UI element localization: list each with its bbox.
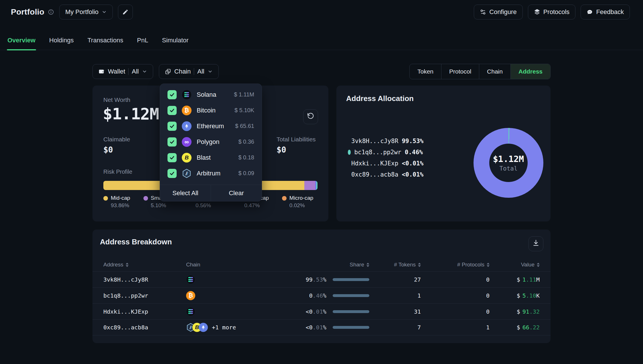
tab-holdings[interactable]: Holdings (49, 34, 74, 50)
allocation-address: Hdxki...KJExp (351, 160, 398, 167)
checkbox-checked[interactable] (167, 169, 177, 178)
cell-protocols: 1 (421, 324, 490, 331)
export-button[interactable] (528, 236, 543, 251)
chain-dropdown-footer: Select All Clear (160, 185, 262, 201)
blast-icon: B (182, 153, 192, 163)
sort-icon (366, 263, 369, 267)
risk-legend-label: Mid-cap (111, 195, 130, 201)
chain-option-label: Blast (197, 154, 211, 161)
tab-simulator[interactable]: Simulator (161, 34, 189, 50)
checkbox-checked[interactable] (167, 122, 177, 131)
chain-option-label: Polygon (197, 138, 220, 146)
column-header-share[interactable]: Share (273, 262, 369, 268)
sort-icon (418, 263, 421, 267)
checkbox-checked[interactable] (167, 106, 177, 115)
cell-address: Hdxki...KJExp (103, 308, 186, 315)
column-header-tokens[interactable]: # Tokens (369, 262, 421, 268)
info-icon[interactable] (48, 9, 54, 15)
allocation-legend-item: Hdxki...KJExp<0.01% (348, 160, 423, 167)
chain-option-blast[interactable]: BBlast$ 0.18 (160, 150, 262, 165)
breakdown-title: Address Breakdown (100, 238, 172, 246)
net-worth-label: Net Worth (103, 96, 130, 103)
cell-tokens: 1 (369, 292, 421, 299)
checkbox-checked[interactable] (167, 153, 177, 162)
tab-label: Simulator (162, 37, 189, 44)
table-row[interactable]: bc1q8...pp2wr₿0.46%10$5.10K (92, 287, 551, 303)
risk-legend-value: 0.56% (196, 202, 224, 209)
feedback-label: Feedback (596, 8, 624, 16)
column-header-value[interactable]: Value (490, 262, 540, 268)
claimable-value: $0 (103, 145, 113, 155)
risk-profile-label: Risk Profile (103, 169, 132, 175)
checkbox-checked[interactable] (167, 137, 177, 147)
column-header-protocols[interactable]: # Protocols (421, 262, 490, 268)
cell-share: <0.01% (273, 308, 326, 315)
configure-button[interactable]: Configure (474, 5, 522, 19)
legend-dot (282, 196, 287, 201)
allocation-legend-item: 0xc89...acb8a<0.01% (348, 171, 423, 178)
tab-overview[interactable]: Overview (7, 34, 36, 50)
risk-legend-value: 0.47% (244, 202, 269, 209)
chain-option-polygon[interactable]: ∞Polygon$ 0.36 (160, 134, 262, 150)
chain-option-solana[interactable]: Solana$ 1.11M (160, 87, 262, 102)
sort-icon (126, 263, 129, 267)
portfolio-selector[interactable]: My Portfolio (59, 5, 113, 19)
tab-transactions[interactable]: Transactions (87, 34, 124, 50)
wallet-filter-button[interactable]: Wallet All (92, 64, 153, 79)
total-liabilities-label: Total Liabilities (277, 136, 316, 143)
risk-legend-item-micro-cap: Micro-cap0.02% (282, 195, 313, 209)
cell-share: <0.01% (273, 324, 326, 331)
filter-row: Wallet All Chain All (92, 64, 551, 79)
bitcoin-icon: ₿ (182, 106, 192, 115)
address-breakdown-card: Address Breakdown AddressChainShare# Tok… (92, 230, 551, 343)
chain-option-ethereum[interactable]: Ethereum$ 65.61 (160, 118, 262, 134)
cell-address: 3vk8H...cJy8R (103, 276, 186, 283)
allocation-percent: 99.53% (402, 138, 423, 145)
clear-button[interactable]: Clear (211, 185, 262, 201)
checkbox-checked[interactable] (167, 90, 177, 99)
view-tab-token[interactable]: Token (410, 64, 441, 79)
table-body: 3vk8H...cJy8R99.53%270$1.11Mbc1q8...pp2w… (92, 271, 551, 335)
column-header-address[interactable]: Address (103, 262, 186, 268)
chain-option-label: Arbitrum (197, 170, 220, 177)
tab-pnl[interactable]: PnL (137, 34, 149, 50)
chain-filter-button[interactable]: Chain All (159, 64, 219, 79)
chain-option-bitcoin[interactable]: ₿Bitcoin$ 5.10K (160, 102, 262, 118)
select-all-button[interactable]: Select All (160, 185, 211, 201)
address-allocation-card: Address Allocation 3vk8H...cJy8R99.53%bc… (336, 86, 551, 221)
allocation-title: Address Allocation (346, 94, 414, 103)
cell-protocols: 0 (421, 276, 490, 283)
view-tab-chain[interactable]: Chain (479, 64, 510, 79)
table-row[interactable]: 0xc89...acb8aB+1 more<0.01%71$66.22 (92, 319, 551, 335)
solana-icon (186, 275, 195, 284)
risk-legend-item-mid-cap: Mid-cap93.86% (103, 195, 130, 209)
allocation-percent: <0.01% (402, 171, 423, 178)
cell-tokens: 7 (369, 324, 421, 331)
divider (128, 68, 129, 75)
refresh-icon (307, 112, 314, 121)
allocation-legend-item: bc1q8...pp2wr0.46% (348, 149, 423, 156)
allocation-percent: 0.46% (405, 149, 423, 156)
pencil-icon (122, 9, 129, 15)
risk-legend-value: 5.10% (151, 202, 175, 209)
refresh-button[interactable] (303, 109, 318, 124)
chain-option-arbitrum[interactable]: Arbitrum$ 0.09 (160, 165, 262, 181)
legend-dot (143, 196, 148, 201)
cell-share-bar (326, 310, 369, 313)
table-row[interactable]: Hdxki...KJExp<0.01%310$91.32 (92, 303, 551, 319)
chain-icon-stack: B (186, 323, 208, 332)
protocols-button[interactable]: Protocols (528, 5, 576, 19)
edit-portfolio-button[interactable] (118, 5, 133, 19)
risk-legend-value: 93.86% (111, 202, 130, 209)
tab-label: Transactions (87, 37, 123, 44)
allocation-address: 3vk8H...cJy8R (351, 138, 398, 145)
cell-value: $1.11M (490, 276, 540, 283)
polygon-icon: ∞ (182, 137, 192, 147)
table-row[interactable]: 3vk8H...cJy8R99.53%270$1.11M (92, 271, 551, 287)
view-tab-protocol[interactable]: Protocol (441, 64, 479, 79)
tab-label: Overview (7, 37, 35, 44)
cell-tokens: 31 (369, 308, 421, 315)
feedback-button[interactable]: Feedback (581, 5, 630, 19)
tab-label: Holdings (49, 37, 74, 44)
view-tab-address[interactable]: Address (510, 64, 550, 79)
